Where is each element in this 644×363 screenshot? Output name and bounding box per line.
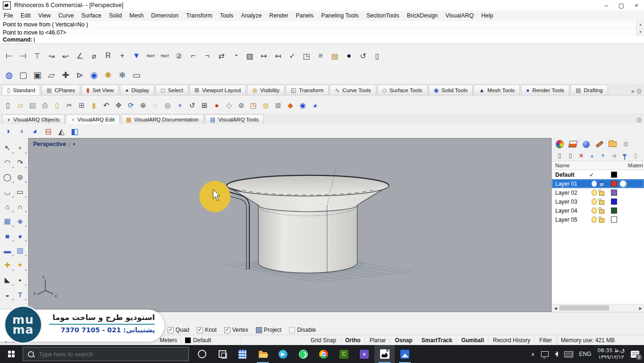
toolbar-icon[interactable]: ⟳ <box>125 100 137 111</box>
toolbar-icon[interactable]: ⊟ <box>42 125 55 138</box>
toolbar-tab[interactable]: ◱ Transform <box>286 85 329 95</box>
scroll-up-icon[interactable]: ▲ <box>637 21 644 28</box>
taskbar-app[interactable] <box>395 345 415 363</box>
toolbar-icon[interactable]: ◗ <box>2 125 15 138</box>
keyboard-icon[interactable] <box>564 351 573 357</box>
layer-lock-icon[interactable] <box>599 218 604 223</box>
minimize-button[interactable]: – <box>599 0 614 10</box>
current-layer-check[interactable]: ✓ <box>589 172 594 178</box>
layer-settings-icon[interactable]: ▯ <box>632 152 639 159</box>
layer-row[interactable]: Default ✓ <box>552 170 644 179</box>
sidebar-tool-icon[interactable]: ▪ <box>14 274 26 286</box>
taskbar-app[interactable] <box>192 345 212 363</box>
taskbar-app[interactable]: ✶ <box>354 345 374 363</box>
toolbar-icon[interactable]: ◎ <box>161 100 174 111</box>
toolbar-tab[interactable]: ▲ Mesh Tools <box>474 85 520 95</box>
toolbar-icon[interactable]: ▣ <box>30 69 44 82</box>
sidebar-tool-icon[interactable]: T <box>14 288 26 301</box>
toolbar-tab[interactable]: ▦ CPlanes <box>41 85 80 95</box>
materials-panel-icon[interactable] <box>595 140 603 148</box>
layer-lock-icon[interactable] <box>599 191 604 196</box>
checkbox-icon[interactable] <box>224 327 230 333</box>
menu-item[interactable]: VisualARQ <box>441 12 477 19</box>
sidebar-tool-icon[interactable]: ◣ <box>1 274 14 286</box>
taskbar-app[interactable] <box>232 345 253 363</box>
toolbar-tab[interactable]: ⊞ Viewport Layout <box>189 85 246 95</box>
layer-name[interactable]: Layer 05 <box>555 216 589 223</box>
status-toggle[interactable]: SmartTrack <box>417 335 457 345</box>
layers-panel-icon[interactable] <box>569 140 577 148</box>
visualarq-tab[interactable]: ▤ VisualARQ Tools <box>205 114 264 124</box>
toolbar-tab[interactable]: ∿ Curve Tools <box>330 85 376 95</box>
toolbar-icon[interactable]: ▨ <box>243 49 257 62</box>
menu-item[interactable]: Panels <box>292 12 318 19</box>
toolbar-icon[interactable]: ⇄ <box>214 49 229 62</box>
layer-row[interactable]: Layer 02 <box>552 188 644 197</box>
layer-material-preview[interactable] <box>619 180 627 188</box>
status-toggle[interactable]: Osnap <box>390 335 417 345</box>
taskbar-app[interactable] <box>314 345 334 363</box>
start-button[interactable] <box>0 345 23 363</box>
toolbar-icon[interactable]: ◧ <box>68 125 81 138</box>
toolbar-icon[interactable]: ⊞ <box>76 100 88 111</box>
toolbar-icon[interactable]: ⎙ <box>39 100 51 111</box>
toolbar-icon[interactable]: ↜ <box>59 49 73 62</box>
toolbar-icon[interactable]: ⊕ <box>137 100 149 111</box>
menu-item[interactable]: Tools <box>216 12 237 19</box>
toolbar-icon[interactable]: ⊢ <box>2 49 16 62</box>
layer-on-bulb-icon[interactable] <box>592 199 597 205</box>
taskbar-app[interactable]: 6 <box>374 345 395 363</box>
osnap-checkbox[interactable]: Project <box>256 327 281 333</box>
command-scrollbar[interactable]: ▲ ▼ <box>636 21 644 36</box>
layer-name[interactable]: Layer 02 <box>555 190 589 196</box>
toolbar-icon[interactable]: ▮ <box>88 100 100 111</box>
toolbar-icon[interactable]: ↺ <box>356 49 370 62</box>
sidebar-tool-icon[interactable]: ✚ <box>1 259 14 271</box>
current-layer-selector[interactable]: Default <box>181 335 240 345</box>
taskbar-app[interactable] <box>273 345 293 363</box>
toolbar-icon[interactable]: ▯ <box>51 100 63 111</box>
profile-curve-inner[interactable] <box>227 196 246 270</box>
toolbar-tab[interactable]: ◍ Visibility <box>247 85 285 95</box>
layer-color-swatch[interactable] <box>611 216 617 223</box>
cylinder-body[interactable] <box>258 205 357 273</box>
layer-lock-icon[interactable] <box>599 200 604 205</box>
viewport-canvas[interactable]: z y x <box>29 138 551 312</box>
move-layer-down-icon[interactable]: ▼ <box>599 152 607 159</box>
layer-on-bulb-icon[interactable] <box>592 207 597 214</box>
menu-item[interactable]: Mesh <box>126 12 147 19</box>
sidebar-tool-icon[interactable]: ⊜ <box>14 171 26 183</box>
tray-chevron-icon[interactable]: ∧ <box>531 351 535 357</box>
layers-horizontal-scrollbar[interactable]: ◀ ▶ <box>552 304 644 312</box>
scroll-left-icon[interactable]: ◀ <box>552 306 559 311</box>
toolbar-icon[interactable]: ② <box>172 49 186 62</box>
menu-item[interactable]: Transform <box>182 12 216 19</box>
toolbar-icon[interactable]: ◉ <box>87 69 101 82</box>
sidebar-tool-icon[interactable]: ◡ <box>1 186 14 198</box>
taskbar-app[interactable]: C <box>334 345 354 363</box>
toolbar-icon[interactable]: ↶ <box>100 100 112 111</box>
checkbox-icon[interactable] <box>256 327 262 333</box>
toolbar-icon[interactable]: ⊠ <box>272 100 284 111</box>
menu-item[interactable]: Dimension <box>147 12 182 19</box>
layer-lock-icon[interactable] <box>599 182 604 187</box>
layer-color-swatch[interactable] <box>611 181 617 187</box>
toolbar-icon[interactable]: ✥ <box>112 100 125 111</box>
menu-item[interactable]: Analyze <box>237 12 266 19</box>
toolbar-icon[interactable]: ◔ <box>229 49 243 62</box>
sidebar-tool-icon[interactable]: ◈ <box>14 215 26 227</box>
visualarq-tab[interactable]: ◗ VisualARQ Objects <box>2 114 65 124</box>
toolbar-icon[interactable]: ▭ <box>129 69 144 82</box>
layer-color-swatch[interactable] <box>611 190 617 196</box>
osnap-checkbox[interactable]: Vertex <box>224 327 248 333</box>
network-icon[interactable] <box>541 351 549 357</box>
osnap-checkbox[interactable]: Quad <box>168 327 189 333</box>
toolbar-icon[interactable]: ▱ <box>44 69 59 82</box>
delete-layer-icon[interactable]: × <box>577 152 585 159</box>
layer-name[interactable]: Default <box>555 172 589 178</box>
status-toggle[interactable]: Gumball <box>457 335 489 345</box>
toolbar-tab[interactable]: ◻ Select <box>155 85 188 95</box>
move-layer-up-icon[interactable]: ▲ <box>588 152 596 159</box>
checkbox-icon[interactable] <box>289 327 295 333</box>
sidebar-tool-icon[interactable]: ▬ <box>1 244 14 257</box>
